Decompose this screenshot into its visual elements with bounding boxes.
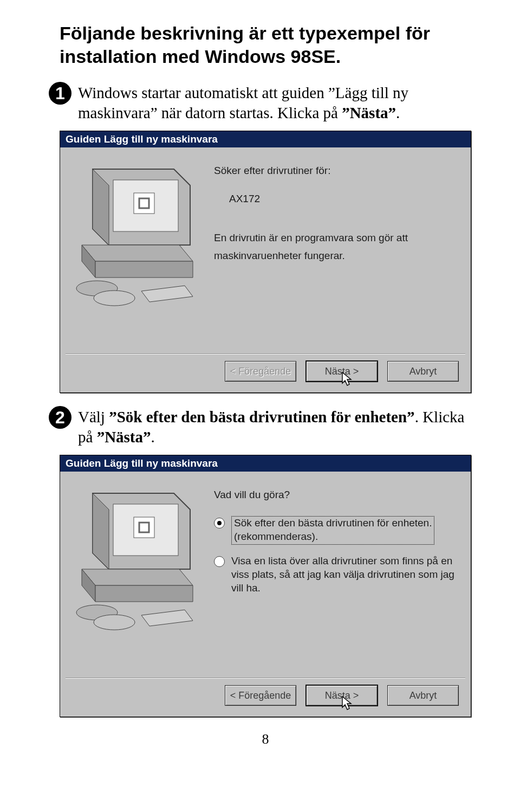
- next-button[interactable]: Nästa >: [306, 361, 378, 382]
- step-2-bold: ”Sök efter den bästa drivrutinen för enh…: [109, 408, 414, 426]
- option-2-text: Visa en lista över alla drivrutiner som …: [231, 555, 454, 595]
- step-bullet-1: 1: [49, 82, 72, 105]
- cursor-icon: [341, 695, 354, 712]
- opt2-line-a: Visa en lista över alla drivrutiner som …: [231, 555, 452, 566]
- svg-point-4: [94, 291, 135, 306]
- doc-heading: Följande beskrivning är ett typexempel f…: [60, 22, 482, 68]
- back-button: < Föregående: [225, 361, 296, 382]
- svg-rect-6: [134, 517, 154, 538]
- dialog-title-2: Guiden Lägg till ny maskinvara: [60, 455, 471, 472]
- opt1-line-b: (rekommenderas).: [234, 531, 318, 542]
- step-1-text-bold: ”Nästa”: [342, 104, 396, 121]
- radio-unselected-icon: [214, 556, 225, 567]
- svg-point-9: [94, 615, 135, 630]
- wizard-dialog-2: Guiden Lägg till ny maskinvara Vad vill …: [60, 455, 471, 717]
- wizard-dialog-1: Guiden Lägg till ny maskinvara: [60, 131, 471, 393]
- step-2-bold2: ”Nästa”: [97, 428, 151, 446]
- step-2-pre: Välj: [78, 408, 109, 426]
- radio-selected-icon: [214, 518, 225, 529]
- cursor-icon: [341, 371, 354, 388]
- opt2-line-b: viss plats, så att jag kan välja drivrut…: [231, 569, 454, 580]
- wizard-art-icon-2: [71, 488, 196, 640]
- step-2: 2 Välj ”Sök efter den bästa drivrutinen …: [49, 407, 482, 447]
- opt2-line-c: vill ha.: [231, 582, 261, 594]
- desc-line-2: maskinvaruenheter fungerar.: [214, 249, 460, 263]
- cancel-button[interactable]: Avbryt: [387, 361, 459, 382]
- prompt-label: Vad vill du göra?: [214, 488, 460, 502]
- opt1-line-a: Sök efter den bästa drivrutinen för enhe…: [234, 517, 432, 529]
- step-1: 1 Windows startar automatiskt att guiden…: [49, 83, 482, 123]
- wizard-art-icon: [71, 164, 196, 315]
- desc-line-1: En drivrutin är en programvara som gör a…: [214, 231, 460, 245]
- option-list-drivers[interactable]: Visa en lista över alla drivrutiner som …: [214, 555, 460, 595]
- option-1-text: Sök efter den bästa drivrutinen för enhe…: [231, 516, 434, 545]
- page-number: 8: [49, 731, 482, 747]
- cancel-button-2[interactable]: Avbryt: [387, 685, 459, 706]
- step-1-text: Windows startar automatiskt att guiden ”…: [78, 83, 482, 123]
- step-1-text-post: .: [396, 104, 400, 121]
- option-best-driver[interactable]: Sök efter den bästa drivrutinen för enhe…: [214, 516, 460, 545]
- next-button-2[interactable]: Nästa >: [306, 685, 378, 706]
- back-button-2[interactable]: < Föregående: [225, 685, 296, 706]
- svg-rect-1: [134, 193, 154, 214]
- device-name: AX172: [229, 192, 460, 206]
- step-2-text: Välj ”Sök efter den bästa drivrutinen fö…: [78, 407, 482, 447]
- step-bullet-2: 2: [49, 406, 72, 429]
- search-label: Söker efter drivrutiner för:: [214, 164, 460, 178]
- step-2-post2: .: [151, 428, 155, 446]
- dialog-title: Guiden Lägg till ny maskinvara: [60, 131, 471, 147]
